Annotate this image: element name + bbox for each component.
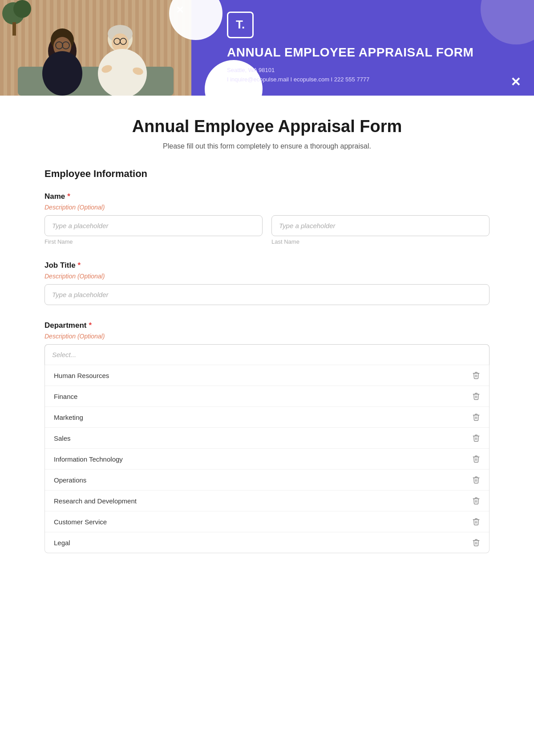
first-name-sublabel: First Name (44, 238, 263, 245)
dropdown-item-label: Operations (54, 476, 86, 484)
form-subtitle: Please fill out this form completely to … (44, 142, 490, 150)
delete-option-icon[interactable] (472, 455, 480, 463)
dropdown-item[interactable]: Human Resources (45, 365, 489, 386)
field-name-description: Description (Optional) (44, 204, 490, 211)
required-star-department: * (89, 321, 92, 330)
delete-option-icon[interactable] (472, 539, 480, 547)
dropdown-item-label: Information Technology (54, 455, 123, 463)
header-contact: Seattle, WA 98101 I inquire@ecopulse.mai… (227, 66, 507, 84)
last-name-sublabel: Last Name (271, 238, 490, 245)
dropdown-item-label: Legal (54, 539, 70, 547)
dropdown-item[interactable]: Sales (45, 428, 489, 449)
dropdown-item-label: Customer Service (54, 518, 107, 526)
dropdown-item[interactable]: Customer Service (45, 511, 489, 532)
required-star-name: * (67, 192, 70, 201)
first-name-col: First Name (44, 215, 263, 245)
required-star-job-title: * (78, 261, 81, 270)
field-name: Name * Description (Optional) First Name… (44, 192, 490, 245)
main-content: Annual Employee Appraisal Form Please fi… (0, 96, 534, 596)
svg-rect-47 (12, 22, 16, 36)
delete-option-icon[interactable] (472, 371, 480, 379)
last-name-col: Last Name (271, 215, 490, 245)
close-banner-button[interactable]: ✕ (510, 75, 521, 89)
dropdown-item-label: Finance (54, 393, 77, 400)
svg-point-35 (42, 51, 82, 96)
job-title-input[interactable] (44, 284, 490, 305)
header-logo: T. (227, 12, 254, 38)
delete-option-icon[interactable] (472, 434, 480, 442)
field-name-label: Name * (44, 192, 490, 201)
delete-option-icon[interactable] (472, 413, 480, 421)
dropdown-item-label: Human Resources (54, 372, 109, 379)
delete-option-icon[interactable] (472, 518, 480, 526)
dropdown-item[interactable]: Marketing (45, 407, 489, 428)
field-job-title-description: Description (Optional) (44, 273, 490, 280)
header-photo (0, 0, 191, 96)
field-department: Department * Description (Optional) Huma… (44, 321, 490, 553)
section-employee-info-title: Employee Information (44, 168, 490, 180)
name-input-row: First Name Last Name (44, 215, 490, 245)
dropdown-item[interactable]: Finance (45, 386, 489, 407)
header-right: T. ANNUAL EMPLOYEE APPRAISAL FORM Seattl… (191, 3, 534, 93)
field-job-title-label: Job Title * (44, 261, 490, 270)
svg-point-46 (13, 0, 31, 18)
dropdown-item[interactable]: Information Technology (45, 449, 489, 470)
department-select-input[interactable] (44, 344, 490, 365)
field-job-title: Job Title * Description (Optional) (44, 261, 490, 305)
dropdown-item-label: Marketing (54, 414, 83, 421)
dropdown-item-label: Sales (54, 434, 71, 442)
dropdown-item-label: Research and Development (54, 497, 137, 505)
first-name-input[interactable] (44, 215, 263, 236)
header-banner: ✕ T. ANNUAL EMPLOYEE APPRAISAL FORM Seat… (0, 0, 534, 96)
dropdown-item[interactable]: Research and Development (45, 491, 489, 511)
form-main-title: Annual Employee Appraisal Form (44, 117, 490, 136)
svg-rect-28 (18, 67, 174, 96)
field-department-description: Description (Optional) (44, 333, 490, 340)
dropdown-item[interactable]: Operations (45, 470, 489, 491)
delete-option-icon[interactable] (472, 497, 480, 505)
delete-option-icon[interactable] (472, 476, 480, 484)
delete-option-icon[interactable] (472, 392, 480, 400)
header-title: ANNUAL EMPLOYEE APPRAISAL FORM (227, 45, 507, 60)
dropdown-item[interactable]: Legal (45, 532, 489, 553)
field-department-label: Department * (44, 321, 490, 330)
close-photo-button[interactable]: ✕ (176, 4, 184, 16)
department-dropdown-list: Human Resources Finance Marketing Sales … (44, 365, 490, 553)
last-name-input[interactable] (271, 215, 490, 236)
